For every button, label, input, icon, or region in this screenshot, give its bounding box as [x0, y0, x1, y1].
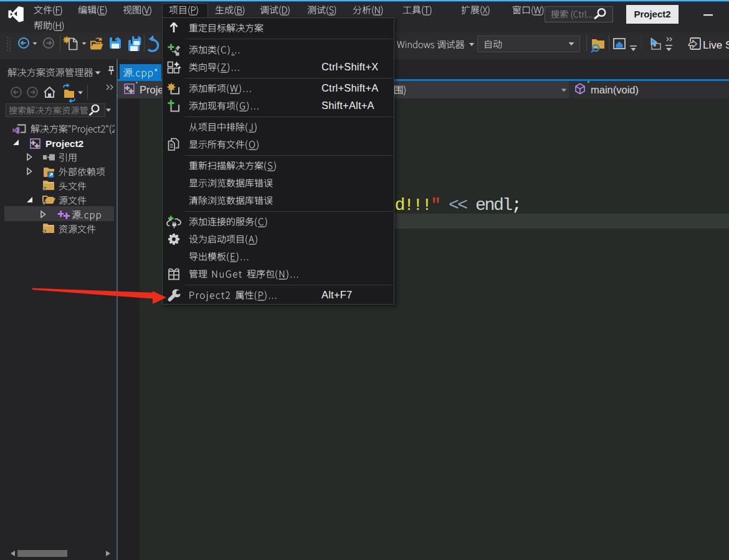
- svg-text:Ctrl+Shift+A: Ctrl+Shift+A: [322, 82, 378, 93]
- svg-text:Alt+F7: Alt+F7: [322, 289, 352, 300]
- svg-text:d!!!"<<endl;: d!!!"<<endl;: [395, 196, 521, 215]
- svg-text:main(void): main(void): [591, 84, 639, 95]
- svg-text:Ctrl+Shift+X: Ctrl+Shift+X: [322, 61, 378, 72]
- svg-text:Shift+Alt+A: Shift+Alt+A: [322, 100, 374, 111]
- svg-text:Live Sh: Live Sh: [703, 39, 729, 51]
- svg-text:Project2: Project2: [45, 138, 83, 149]
